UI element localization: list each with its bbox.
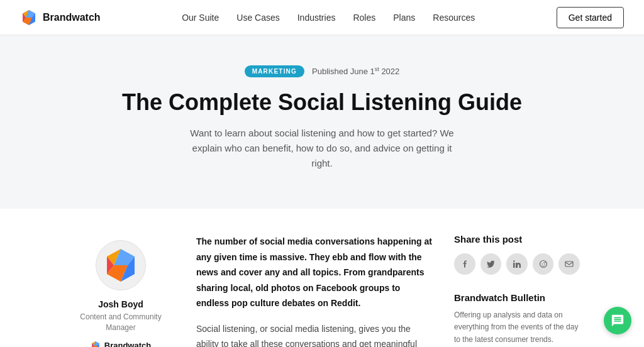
- svg-point-20: [544, 263, 545, 265]
- article-paragraph-1: The number of social media conversations…: [196, 234, 435, 311]
- nav-plans[interactable]: Plans: [393, 13, 415, 23]
- author-hex-icon: [102, 246, 140, 284]
- nav-roles[interactable]: Roles: [353, 13, 375, 23]
- share-title: Share this post: [454, 234, 580, 245]
- article-paragraph-2: Social listening, or social media listen…: [196, 321, 435, 347]
- author-name: Josh Boyd: [98, 299, 143, 309]
- author-brand-icon: [91, 341, 101, 347]
- author-sidebar: Josh Boyd Content and Community Manager …: [64, 234, 177, 347]
- brand-name: Brandwatch: [43, 12, 101, 23]
- brand-icon: [20, 9, 38, 26]
- bulletin-title: Brandwatch Bulletin: [454, 292, 580, 303]
- hero-section: MARKETING Published June 1st 2022 The Co…: [0, 35, 644, 209]
- nav-industries[interactable]: Industries: [297, 13, 336, 23]
- article-subtitle: Want to learn about social listening and…: [184, 126, 460, 171]
- share-facebook[interactable]: [454, 253, 475, 275]
- svg-line-22: [543, 262, 545, 263]
- author-avatar: [96, 240, 146, 290]
- publish-date: Published June 1st 2022: [312, 66, 399, 76]
- svg-rect-16: [513, 263, 515, 268]
- main-content: Josh Boyd Content and Community Manager …: [20, 209, 624, 347]
- category-badge: MARKETING: [245, 65, 304, 77]
- author-brand: Brandwatch: [91, 341, 151, 347]
- nav-our-suite[interactable]: Our Suite: [182, 13, 219, 23]
- share-reddit[interactable]: [533, 253, 554, 275]
- svg-rect-23: [565, 262, 573, 267]
- article-body: The number of social media conversations…: [177, 234, 454, 347]
- brand-logo[interactable]: Brandwatch: [20, 9, 101, 26]
- chat-icon: [611, 314, 625, 328]
- get-started-button[interactable]: Get started: [557, 7, 624, 28]
- nav-resources[interactable]: Resources: [433, 13, 475, 23]
- author-brand-name: Brandwatch: [104, 341, 151, 347]
- author-title: Content and Community Manager: [64, 312, 177, 333]
- nav-use-cases[interactable]: Use Cases: [236, 13, 279, 23]
- article-title: The Complete Social Listening Guide: [102, 89, 542, 116]
- nav-links: Our Suite Use Cases Industries Roles Pla…: [182, 13, 475, 23]
- chat-button[interactable]: [604, 307, 631, 334]
- share-sidebar: Share this post: [454, 234, 580, 347]
- svg-point-19: [541, 263, 543, 265]
- share-twitter[interactable]: [480, 253, 502, 275]
- share-icons-group: [454, 253, 580, 275]
- share-email[interactable]: [558, 253, 580, 275]
- share-linkedin[interactable]: [506, 253, 528, 275]
- bulletin-text: Offering up analysis and data on everyth…: [454, 309, 580, 347]
- svg-point-17: [513, 260, 515, 262]
